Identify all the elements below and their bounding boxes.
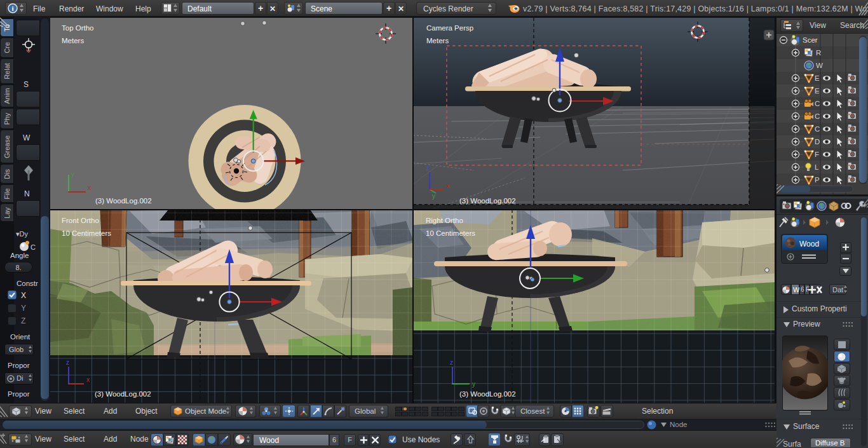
svg-text:(3) WoodLog.002: (3) WoodLog.002 xyxy=(459,197,516,205)
svg-text:C: C xyxy=(815,125,820,133)
svg-text:(3) WoodLog.002: (3) WoodLog.002 xyxy=(95,197,152,205)
svg-text:10 Centimeters: 10 Centimeters xyxy=(62,229,111,237)
svg-text:Scer: Scer xyxy=(803,36,818,44)
svg-text:i: i xyxy=(11,4,13,12)
svg-text:z: z xyxy=(426,165,430,172)
svg-text:L: L xyxy=(815,163,819,171)
svg-text:P: P xyxy=(815,176,820,184)
svg-text:y: y xyxy=(432,193,435,200)
svg-text:E: E xyxy=(815,74,820,82)
svg-text:Camera Persp: Camera Persp xyxy=(426,24,473,32)
svg-text:x: x xyxy=(447,182,450,189)
svg-text:z: z xyxy=(66,359,69,366)
svg-text:R: R xyxy=(816,49,821,57)
svg-text:x: x xyxy=(88,184,91,191)
svg-text:y: y xyxy=(71,171,74,178)
svg-text:(3) WoodLog.002: (3) WoodLog.002 xyxy=(95,390,151,398)
svg-text:D: D xyxy=(815,138,820,146)
svg-text:C: C xyxy=(815,112,820,120)
svg-text:Meters: Meters xyxy=(426,37,449,44)
svg-text:Meters: Meters xyxy=(62,37,84,44)
svg-text:10 Centimeters: 10 Centimeters xyxy=(426,229,475,237)
svg-text:x: x xyxy=(86,376,90,383)
svg-text:y: y xyxy=(472,381,475,388)
svg-text:E: E xyxy=(815,87,820,95)
svg-text:(3) WoodLog.002: (3) WoodLog.002 xyxy=(459,390,516,398)
svg-text:W: W xyxy=(816,62,823,69)
svg-text:F: F xyxy=(815,151,819,158)
svg-text:Top Ortho: Top Ortho xyxy=(62,24,94,32)
svg-text:z: z xyxy=(450,359,453,366)
svg-text:Right Ortho: Right Ortho xyxy=(426,217,463,224)
svg-text:C: C xyxy=(815,100,820,107)
svg-text:Front Ortho: Front Ortho xyxy=(62,217,99,224)
svg-text:C: C xyxy=(31,243,36,251)
